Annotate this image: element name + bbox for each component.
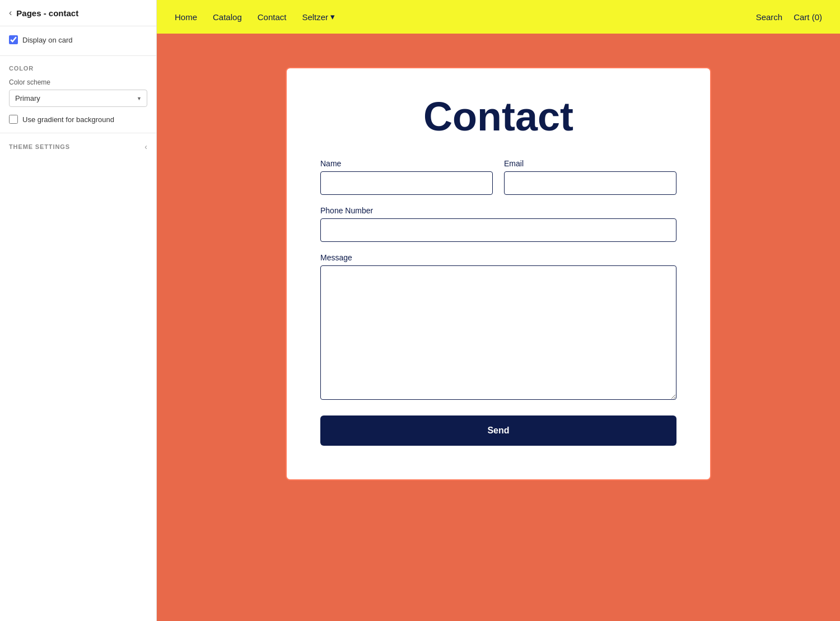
name-input[interactable] xyxy=(320,171,493,195)
sidebar-header: ‹ Pages - contact xyxy=(0,0,156,26)
nav-right-links: Search Cart (0) xyxy=(756,12,822,22)
email-group: Email xyxy=(504,159,676,195)
color-scheme-label: Color scheme xyxy=(9,78,147,86)
message-textarea[interactable] xyxy=(320,265,676,400)
gradient-label[interactable]: Use gradient for background xyxy=(22,115,114,124)
color-scheme-select-wrapper: Primary Secondary Tertiary xyxy=(9,90,147,107)
nav-contact[interactable]: Contact xyxy=(258,12,287,22)
nav-seltzer-label: Seltzer xyxy=(302,12,328,22)
gradient-row: Use gradient for background xyxy=(9,115,147,124)
email-label: Email xyxy=(504,159,676,168)
nav-search[interactable]: Search xyxy=(756,12,783,22)
name-label: Name xyxy=(320,159,493,168)
gradient-checkbox[interactable] xyxy=(9,115,18,124)
display-on-card-checkbox[interactable] xyxy=(9,35,18,44)
contact-title: Contact xyxy=(320,96,676,137)
navbar: Home Catalog Contact Seltzer ▾ Search Ca… xyxy=(157,0,840,34)
phone-group: Phone Number xyxy=(320,206,676,242)
message-group: Message xyxy=(320,253,676,400)
contact-card: Contact Name Email Phone Number Message xyxy=(286,67,711,480)
theme-settings-label: THEME SETTINGS xyxy=(9,143,70,150)
name-group: Name xyxy=(320,159,493,195)
nav-seltzer[interactable]: Seltzer ▾ xyxy=(302,12,335,22)
main-content: Home Catalog Contact Seltzer ▾ Search Ca… xyxy=(157,0,840,621)
name-email-row: Name Email xyxy=(320,159,676,195)
color-section-title: COLOR xyxy=(9,65,147,72)
sidebar-title: Pages - contact xyxy=(16,8,78,18)
nav-links: Home Catalog Contact Seltzer ▾ xyxy=(175,12,335,22)
message-label: Message xyxy=(320,253,676,262)
sidebar: ‹ Pages - contact Display on card COLOR … xyxy=(0,0,157,621)
page-body: Contact Name Email Phone Number Message xyxy=(157,34,840,621)
send-button[interactable]: Send xyxy=(320,415,676,446)
back-icon[interactable]: ‹ xyxy=(9,8,12,18)
nav-home[interactable]: Home xyxy=(175,12,197,22)
theme-settings-row[interactable]: THEME SETTINGS ‹ xyxy=(0,133,156,160)
display-on-card-label[interactable]: Display on card xyxy=(22,36,73,44)
display-on-card-row: Display on card xyxy=(9,35,147,44)
nav-cart[interactable]: Cart (0) xyxy=(794,12,822,22)
color-scheme-select[interactable]: Primary Secondary Tertiary xyxy=(9,90,147,107)
phone-label: Phone Number xyxy=(320,206,676,215)
email-input[interactable] xyxy=(504,171,676,195)
nav-catalog[interactable]: Catalog xyxy=(213,12,242,22)
phone-input[interactable] xyxy=(320,218,676,242)
nav-seltzer-dropdown-icon: ▾ xyxy=(330,12,335,22)
display-on-card-section: Display on card xyxy=(0,26,156,56)
color-section: COLOR Color scheme Primary Secondary Ter… xyxy=(0,56,156,133)
theme-settings-arrow-icon: ‹ xyxy=(144,142,147,151)
